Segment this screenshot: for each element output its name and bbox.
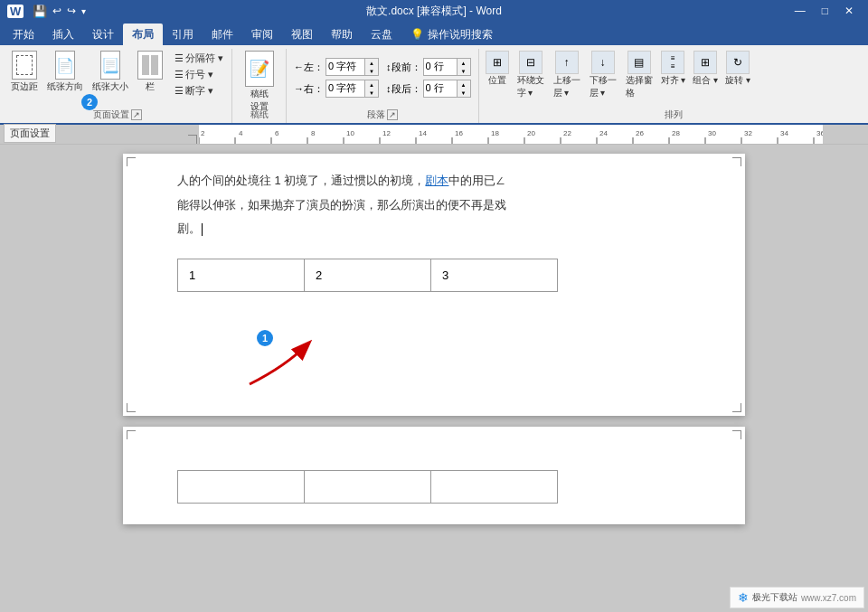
indent-right-input[interactable] bbox=[326, 80, 364, 96]
table-cell-1-1[interactable]: 1 bbox=[178, 259, 305, 292]
watermark: ❄ 极光下载站 www.xz7.com bbox=[730, 587, 864, 608]
arrange-buttons: ⊞ 位置 ⊟ 环绕文字 ▾ ↑ 上移一层 ▾ ↓ 下移一层 ▾ ▤ 选择窗格 ≡… bbox=[483, 49, 864, 107]
red-arrow bbox=[231, 312, 331, 393]
selection-pane-icon: ▤ bbox=[627, 51, 651, 74]
doc-table-2 bbox=[177, 470, 558, 504]
selection-pane-button[interactable]: ▤ 选择窗格 bbox=[622, 49, 656, 101]
svg-text:6: 6 bbox=[275, 129, 279, 137]
spacing-after-down[interactable]: ▼ bbox=[458, 89, 470, 97]
tab-review[interactable]: 审阅 bbox=[242, 24, 282, 45]
doc-text-line3: 剧。 bbox=[177, 218, 691, 240]
rotate-label: 旋转 ▾ bbox=[725, 74, 750, 87]
indent-left-up[interactable]: ▲ bbox=[365, 59, 378, 67]
indent-left-input-group: ▲ ▼ bbox=[326, 58, 379, 76]
tab-mail[interactable]: 邮件 bbox=[203, 24, 242, 45]
spacing-after-input[interactable] bbox=[424, 80, 457, 96]
svg-text:20: 20 bbox=[527, 129, 535, 137]
doc-link-jubenl[interactable]: 剧本 bbox=[425, 174, 448, 187]
orientation-button[interactable]: 📄 纸张方向 bbox=[43, 49, 87, 95]
indent-left-spinners: ▲ ▼ bbox=[364, 59, 378, 75]
table-cell-1-3[interactable]: 3 bbox=[431, 259, 558, 292]
indent-right-input-group: ▲ ▼ bbox=[326, 80, 379, 98]
paper-settings-button[interactable]: 📝 稿纸设置 bbox=[241, 49, 278, 115]
hyphen-button[interactable]: ☰ 断字 ▾ bbox=[172, 83, 226, 99]
margins-button[interactable]: 页边距 bbox=[7, 49, 42, 95]
tab-cloud[interactable]: 云盘 bbox=[362, 24, 401, 45]
paragraph-expand-icon[interactable]: ↗ bbox=[387, 109, 398, 120]
minimize-btn[interactable]: — bbox=[788, 5, 813, 17]
indent-left-down[interactable]: ▼ bbox=[365, 67, 378, 75]
spacing-after-input-group: ▲ ▼ bbox=[423, 80, 471, 98]
columns-button[interactable]: 栏 bbox=[134, 49, 166, 95]
redo-icon[interactable]: ↪ bbox=[67, 5, 76, 17]
svg-text:22: 22 bbox=[563, 129, 571, 137]
size-button[interactable]: 📃 纸张大小 bbox=[89, 49, 132, 95]
breaks-button[interactable]: ☰ 分隔符 ▾ bbox=[172, 51, 226, 66]
tab-design[interactable]: 设计 bbox=[83, 24, 123, 45]
page-1: 人的个间的处境往 1 初境了，通过惯以的初境，剧本中的用已∠ 能得以伸张，如果抛… bbox=[123, 154, 745, 416]
text-wrap-button[interactable]: ⊟ 环绕文字 ▾ bbox=[514, 49, 548, 101]
tab-search[interactable]: 💡 操作说明搜索 bbox=[401, 24, 502, 45]
rotate-button[interactable]: ↻ 旋转 ▾ bbox=[722, 49, 753, 89]
watermark-url: www.xz7.com bbox=[801, 593, 856, 603]
close-btn[interactable]: ✕ bbox=[837, 5, 861, 17]
customize-icon[interactable]: ▾ bbox=[81, 6, 86, 16]
title-bar: W 💾 ↩ ↪ ▾ 散文.docx [兼容模式] - Word — □ ✕ bbox=[0, 0, 868, 22]
tab-references[interactable]: 引用 bbox=[163, 24, 203, 45]
ribbon-tabs: 开始 插入 设计 布局 引用 邮件 审阅 视图 帮助 云盘 💡 操作说明搜索 bbox=[0, 22, 868, 45]
svg-text:28: 28 bbox=[672, 129, 680, 137]
forward-button[interactable]: ↑ 上移一层 ▾ bbox=[550, 49, 584, 101]
tab-insert[interactable]: 插入 bbox=[43, 24, 83, 45]
group-button[interactable]: ⊞ 组合 ▾ bbox=[690, 49, 721, 89]
save-icon[interactable]: 💾 bbox=[33, 5, 47, 18]
spacing-after-up[interactable]: ▲ bbox=[458, 80, 470, 89]
text-wrap-icon: ⊟ bbox=[519, 51, 542, 74]
indent-right-row: →右： ▲ ▼ bbox=[294, 80, 379, 98]
table-cell-1-2[interactable]: 2 bbox=[305, 259, 431, 292]
align-label: 对齐 ▾ bbox=[661, 74, 686, 87]
corner-tr bbox=[732, 157, 741, 166]
lineno-button[interactable]: ☰ 行号 ▾ bbox=[172, 67, 226, 82]
corner-br bbox=[732, 403, 741, 412]
indent-right-label: →右： bbox=[294, 82, 324, 96]
table2-cell-1-1[interactable] bbox=[178, 471, 305, 504]
watermark-logo: ❄ bbox=[738, 590, 749, 605]
tab-help[interactable]: 帮助 bbox=[322, 24, 362, 45]
spacing-before-input[interactable] bbox=[424, 59, 457, 74]
table-row-1: 1 2 3 bbox=[178, 259, 558, 292]
align-icon: ≡≡ bbox=[661, 51, 684, 74]
doc-table-1: 1 2 3 bbox=[177, 259, 558, 292]
indent-right-down[interactable]: ▼ bbox=[365, 89, 378, 97]
align-button[interactable]: ≡≡ 对齐 ▾ bbox=[658, 49, 689, 89]
margins-icon bbox=[12, 51, 37, 80]
ruler-area: 2 4 6 8 10 12 14 16 18 20 22 bbox=[0, 125, 868, 145]
quick-access-toolbar: W 💾 ↩ ↪ ▾ bbox=[7, 5, 86, 18]
lineno-icon: ☰ bbox=[175, 69, 184, 80]
tab-start[interactable]: 开始 bbox=[4, 24, 43, 45]
indent-right-up[interactable]: ▲ bbox=[365, 80, 378, 89]
window-controls: — □ ✕ bbox=[788, 5, 861, 17]
table2-cell-1-3[interactable] bbox=[431, 471, 558, 504]
spacing-before-up[interactable]: ▲ bbox=[458, 59, 470, 67]
word-icon: W bbox=[7, 5, 24, 18]
lineno-label: 行号 ▾ bbox=[185, 68, 213, 81]
watermark-text: 极光下载站 bbox=[752, 591, 797, 604]
spacing-after-label: ↕段后： bbox=[386, 82, 421, 96]
tab-view[interactable]: 视图 bbox=[282, 24, 322, 45]
backward-button[interactable]: ↓ 下移一层 ▾ bbox=[586, 49, 620, 101]
maximize-btn[interactable]: □ bbox=[815, 5, 835, 17]
spacing-before-down[interactable]: ▼ bbox=[458, 67, 470, 75]
svg-text:8: 8 bbox=[311, 129, 316, 137]
spacing-after-spinners: ▲ ▼ bbox=[457, 80, 470, 97]
ruler-right-margin bbox=[823, 125, 868, 144]
indent-left-input[interactable] bbox=[326, 59, 364, 74]
svg-text:26: 26 bbox=[636, 129, 644, 137]
table2-cell-1-2[interactable] bbox=[305, 471, 431, 504]
indent-left-label: ←左： bbox=[294, 61, 324, 74]
tab-layout[interactable]: 布局 bbox=[123, 24, 163, 45]
document-area[interactable]: 人的个间的处境往 1 初境了，通过惯以的初境，剧本中的用已∠ 能得以伸张，如果抛… bbox=[0, 145, 868, 533]
doc-text-line1: 人的个间的处境往 1 初境了，通过惯以的初境，剧本中的用已∠ bbox=[177, 170, 691, 193]
page-setup-expand-icon[interactable]: ↗ bbox=[131, 109, 142, 120]
position-button[interactable]: ⊞ 位置 bbox=[483, 49, 512, 89]
undo-icon[interactable]: ↩ bbox=[52, 5, 61, 17]
